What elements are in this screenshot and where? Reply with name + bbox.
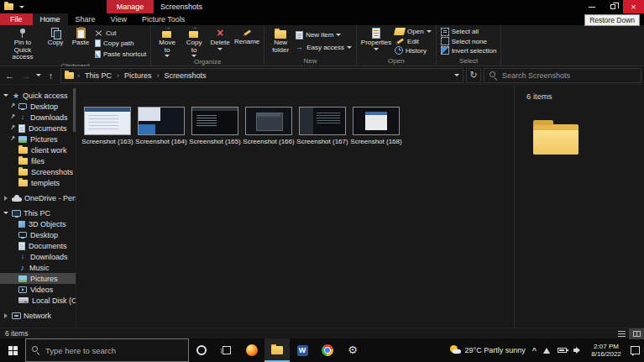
back-button[interactable]: ← (3, 68, 17, 83)
crumb-screenshots[interactable]: Screenshots (163, 71, 208, 80)
properties-button[interactable]: Properties (359, 26, 393, 56)
move-to-button[interactable]: Move to (154, 26, 181, 57)
downloads-icon (18, 253, 27, 260)
sidebar-item-3d-objects[interactable]: 3D Objects (0, 218, 76, 229)
videos-icon (18, 286, 27, 293)
action-center-icon[interactable] (631, 346, 640, 354)
sidebar-item-files[interactable]: files (0, 155, 76, 166)
sidebar-item-downloads[interactable]: Downloads (0, 112, 76, 123)
sidebar-item-this-pc[interactable]: This PC (0, 207, 76, 218)
close-button[interactable]: × (623, 0, 644, 13)
copy-to-button[interactable]: Copy to (181, 26, 207, 57)
start-button[interactable] (0, 338, 25, 362)
battery-tray-icon[interactable] (558, 348, 567, 353)
crumb-separator: › (77, 71, 80, 80)
copy-path-icon (95, 39, 101, 47)
sidebar-item-desktop-pc[interactable]: Desktop (0, 229, 76, 240)
hidden-icons-chevron-icon[interactable]: ^ (532, 346, 537, 354)
quick-access-toolbar-chevron-icon[interactable] (19, 6, 24, 8)
refresh-button[interactable]: ↻ (466, 68, 481, 83)
task-view-button[interactable] (214, 338, 239, 362)
chevron-down-icon[interactable] (3, 212, 8, 214)
sidebar-item-desktop[interactable]: Desktop (0, 101, 76, 112)
tab-view[interactable]: View (103, 13, 134, 25)
up-button[interactable]: ↑ (44, 68, 58, 83)
settings-taskbar-button[interactable] (340, 338, 365, 362)
select-none-button[interactable]: Select none (441, 37, 497, 46)
volume-tray-icon[interactable] (573, 347, 582, 354)
taskbar-search-input[interactable] (45, 346, 182, 355)
rename-button[interactable]: Rename (233, 26, 261, 57)
file-item[interactable]: Screenshot (163) (81, 107, 134, 145)
taskbar-clock[interactable]: 2:07 PM 8/16/2022 (589, 343, 624, 359)
forward-button[interactable]: → (19, 68, 34, 83)
select-all-button[interactable]: Select all (441, 27, 497, 36)
file-explorer-taskbar-button[interactable] (264, 338, 290, 362)
breadcrumb[interactable]: › This PC › Pictures › Screenshots (60, 68, 463, 83)
chevron-right-icon[interactable] (4, 196, 8, 201)
sidebar-item-local-disk[interactable]: Local Disk (C:) (0, 295, 76, 306)
tab-file[interactable]: File (0, 13, 33, 25)
sidebar-item-pictures[interactable]: Pictures (0, 273, 76, 284)
file-item[interactable]: Screenshot (166) (243, 107, 295, 145)
sidebar-item-videos[interactable]: Videos (0, 284, 76, 295)
sidebar-item-music[interactable]: Music (0, 262, 76, 273)
details-view-button[interactable] (614, 328, 629, 339)
manage-contextual-tab[interactable]: Manage (107, 0, 154, 13)
new-folder-button[interactable]: New folder (267, 26, 294, 56)
paste-shortcut-label: Paste shortcut (103, 50, 146, 58)
open-button[interactable]: Open (395, 27, 432, 36)
tab-share[interactable]: Share (68, 13, 103, 25)
chevron-down-icon[interactable] (3, 94, 8, 97)
cut-button[interactable]: Cut (95, 29, 146, 38)
recent-locations-icon[interactable] (36, 74, 41, 76)
tab-home[interactable]: Home (33, 13, 68, 25)
copy-button[interactable]: Copy (43, 26, 68, 61)
firefox-icon (246, 344, 258, 356)
chrome-taskbar-button[interactable] (315, 338, 340, 362)
crumb-this-pc[interactable]: This PC (83, 71, 113, 80)
explorer-search-box[interactable] (484, 68, 641, 83)
file-item[interactable]: Screenshot (164) (135, 107, 187, 145)
firefox-taskbar-button[interactable] (239, 338, 264, 362)
file-item[interactable]: Screenshot (168) (350, 107, 402, 145)
address-dropdown-icon[interactable] (454, 74, 459, 76)
thumbnail-view-button[interactable] (629, 328, 644, 339)
paste-button[interactable]: Paste (68, 26, 93, 61)
taskbar-search-box[interactable] (25, 338, 189, 362)
sidebar-item-templets[interactable]: templets (0, 177, 76, 188)
file-item[interactable]: Screenshot (165) (189, 107, 241, 145)
sidebar-item-downloads-pc[interactable]: Downloads (0, 251, 76, 262)
invert-selection-button[interactable]: Invert selection (441, 46, 497, 55)
sidebar-item-documents[interactable]: Documents (0, 123, 76, 134)
sidebar-item-pictures-qa[interactable]: Pictures (0, 134, 76, 144)
chevron-right-icon[interactable] (4, 313, 8, 318)
weather-widget[interactable]: 29°C Partly sunny (450, 345, 526, 355)
restore-button[interactable] (602, 0, 623, 13)
sidebar-item-onedrive[interactable]: OneDrive - Personal (0, 192, 76, 203)
crumb-pictures[interactable]: Pictures (123, 71, 154, 80)
minimize-button[interactable] (581, 0, 602, 13)
pin-to-quick-access-button[interactable]: Pin to Quick access (3, 26, 43, 61)
delete-button[interactable]: Delete (207, 26, 233, 57)
easy-access-button[interactable]: Easy access (296, 43, 352, 52)
ribbon-group-clipboard: Pin to Quick access Copy Paste Cut (0, 25, 151, 66)
word-taskbar-button[interactable]: W (290, 338, 315, 362)
copy-path-button[interactable]: Copy path (95, 39, 146, 48)
network-tray-icon[interactable] (543, 347, 551, 354)
history-button[interactable]: History (395, 46, 432, 55)
new-item-button[interactable]: New item (296, 30, 352, 39)
sidebar-item-documents-pc[interactable]: Documents (0, 240, 76, 251)
file-item[interactable]: Screenshot (167) (296, 107, 348, 145)
sidebar-item-screenshots[interactable]: Screenshots (0, 166, 76, 177)
sidebar-item-network[interactable]: Network (0, 310, 76, 321)
copy-icon (50, 28, 61, 39)
search-input[interactable] (502, 71, 636, 80)
cortana-button[interactable] (189, 338, 214, 362)
open-icon (394, 28, 406, 35)
paste-shortcut-button[interactable]: Paste shortcut (95, 50, 146, 59)
edit-button[interactable]: Edit (395, 37, 432, 46)
sidebar-item-quick-access[interactable]: Quick access (0, 90, 76, 101)
folder-icon (18, 180, 28, 186)
sidebar-item-client-work[interactable]: client work (0, 144, 76, 155)
